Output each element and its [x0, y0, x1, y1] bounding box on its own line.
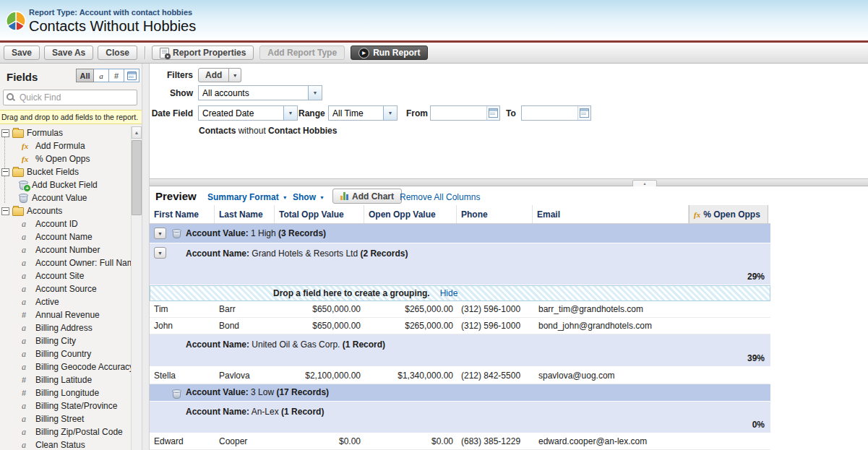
chevron-down-icon[interactable]: ▼: [383, 106, 397, 120]
column-header[interactable]: Total Opp Value: [275, 205, 364, 223]
field-item[interactable]: aAccount Source: [0, 282, 131, 295]
column-header[interactable]: Email: [533, 205, 689, 223]
field-item-add-formula[interactable]: fx Add Formula: [0, 139, 131, 152]
fields-scrollbar[interactable]: ▲: [131, 126, 142, 450]
from-calendar-button[interactable]: [486, 106, 499, 120]
chevron-down-icon[interactable]: ▼: [283, 106, 297, 120]
show-dropdown[interactable]: All accounts ▼: [198, 85, 322, 100]
collapse-icon[interactable]: [1, 207, 9, 215]
field-item[interactable]: aAccount Number: [0, 243, 131, 256]
field-item[interactable]: aBilling City: [0, 334, 131, 347]
field-item[interactable]: aBilling Street: [0, 412, 131, 425]
range-dropdown[interactable]: All Time ▼: [328, 105, 398, 121]
cross-filter[interactable]: Contacts without Contact Hobbies: [199, 126, 337, 136]
field-item[interactable]: #Billing Latitude: [0, 373, 131, 386]
chevron-down-icon[interactable]: ▼: [308, 86, 322, 100]
show-label: Show: [150, 88, 193, 98]
save-as-label: Save As: [52, 48, 85, 58]
filter-text-button[interactable]: a: [94, 69, 109, 82]
tree-folder-accounts[interactable]: Accounts: [0, 204, 131, 217]
from-date-input[interactable]: [431, 106, 486, 120]
column-header-formula[interactable]: fx % Open Opps: [689, 205, 768, 223]
toolbar: Save Save As Close Report Properties Add…: [0, 43, 868, 64]
field-item[interactable]: aBilling State/Province: [0, 399, 131, 412]
group-menu-button[interactable]: ▼: [154, 228, 166, 239]
table-row[interactable]: Edward Cooper $0.00 $0.00 (683) 385-1229…: [150, 433, 770, 450]
to-calendar-button[interactable]: [577, 106, 590, 120]
column-label: Last Name: [219, 209, 263, 220]
plus-badge: +: [23, 184, 31, 192]
column-header[interactable]: Open Opp Value: [364, 205, 457, 223]
cell-first-name: Tim: [150, 301, 215, 317]
column-header[interactable]: Phone: [457, 205, 533, 223]
field-item[interactable]: #Billing Longitude: [0, 386, 131, 399]
filter-number-button[interactable]: #: [109, 69, 124, 82]
scrollbar-thumb[interactable]: [132, 140, 142, 215]
collapse-icon[interactable]: [1, 168, 9, 176]
field-label: Account Name: [35, 232, 93, 242]
column-header[interactable]: Last Name: [215, 205, 275, 223]
field-item-pct-open-opps[interactable]: fx % Open Opps: [0, 152, 131, 165]
field-label: Billing Longitude: [35, 388, 99, 398]
scroll-up-button[interactable]: ▲: [132, 126, 142, 139]
table-row[interactable]: Stella Pavlova $2,100,000.00 $1,340,000.…: [150, 367, 770, 384]
add-report-type-button[interactable]: Add Report Type: [259, 46, 345, 60]
filter-date-button[interactable]: [124, 69, 139, 82]
table-row[interactable]: Tim Barr $650,000.00 $265,000.00 (312) 5…: [150, 301, 770, 318]
quick-find-input[interactable]: [18, 92, 129, 103]
field-item-account-value[interactable]: Account Value: [0, 191, 131, 204]
from-date-field: [430, 105, 500, 121]
hide-link[interactable]: Hide: [440, 288, 458, 298]
field-label: Billing Address: [35, 323, 93, 333]
field-label: Account Number: [35, 245, 100, 255]
run-report-button[interactable]: ▶ Run Report: [351, 46, 428, 60]
field-item[interactable]: aActive: [0, 295, 131, 308]
column-label: Open Opp Value: [369, 209, 436, 220]
group-value: United Oil & Gas Corp.: [252, 339, 340, 350]
report-properties-button[interactable]: Report Properties: [152, 46, 254, 60]
date-field-dropdown[interactable]: Created Date ▼: [198, 105, 298, 121]
field-item[interactable]: aAccount Owner: Full Name: [0, 256, 131, 269]
save-button[interactable]: Save: [4, 46, 40, 60]
field-item[interactable]: #Annual Revenue: [0, 308, 131, 321]
panel-divider[interactable]: [142, 64, 150, 450]
column-header[interactable]: First Name: [150, 205, 215, 223]
show-value: All accounts: [199, 86, 308, 100]
collapse-icon[interactable]: [1, 129, 9, 137]
tree-folder-bucket-fields[interactable]: Bucket Fields: [0, 165, 131, 178]
field-item[interactable]: aAccount ID: [0, 217, 131, 230]
summary-format-menu[interactable]: Summary Format ▼: [207, 192, 288, 202]
to-date-field: [521, 105, 591, 121]
field-label: % Open Opps: [35, 154, 90, 164]
column-header-row: First Name Last Name Total Opp Value Ope…: [150, 205, 770, 224]
remove-all-columns-link[interactable]: Remove All Columns: [400, 192, 480, 202]
tree-folder-formulas[interactable]: Formulas: [0, 126, 131, 139]
cell-last-name: Cooper: [215, 433, 275, 449]
cell-email: spavlova@uog.com: [533, 367, 689, 384]
cell-email: barr_tim@grandhotels.com: [533, 301, 689, 317]
add-filter-button[interactable]: Add ▼: [198, 68, 241, 82]
to-date-input[interactable]: [522, 106, 577, 120]
field-item[interactable]: aBilling Zip/Postal Code: [0, 425, 131, 438]
group-menu-button[interactable]: ▼: [154, 247, 166, 259]
field-type-filter: All a #: [76, 69, 139, 82]
grouping-drop-zone[interactable]: Drop a field here to create a grouping. …: [150, 285, 770, 301]
field-item[interactable]: aBilling Address: [0, 321, 131, 334]
field-item[interactable]: aClean Status: [0, 438, 131, 450]
save-as-button[interactable]: Save As: [44, 46, 93, 60]
chevron-down-icon: ▼: [319, 195, 325, 200]
filter-all-button[interactable]: All: [76, 69, 94, 82]
show-menu[interactable]: Show ▼: [293, 192, 325, 202]
field-label: Account Site: [35, 271, 84, 281]
field-item[interactable]: aAccount Name: [0, 230, 131, 243]
field-item[interactable]: aAccount Site: [0, 269, 131, 282]
add-chart-button[interactable]: Add Chart: [332, 189, 402, 204]
text-field-icon: a: [22, 362, 32, 373]
field-item[interactable]: aBilling Geocode Accuracy: [0, 360, 131, 373]
field-item[interactable]: aBilling Country: [0, 347, 131, 360]
chevron-down-icon[interactable]: ▼: [229, 68, 241, 82]
table-row[interactable]: John Bond $650,000.00 $265,000.00 (312) …: [150, 318, 770, 334]
field-item-add-bucket-field[interactable]: + Add Bucket Field: [0, 178, 131, 191]
pane-splitter[interactable]: ▲: [150, 178, 868, 186]
close-button[interactable]: Close: [98, 46, 137, 60]
